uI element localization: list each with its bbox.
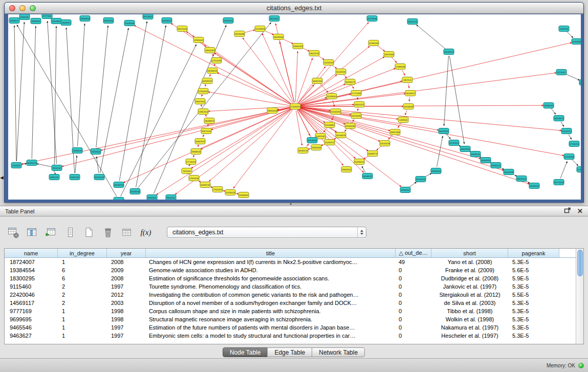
graph-node[interactable]: 17771283: [351, 91, 361, 96]
graph-node[interactable]: 22420046: [124, 20, 135, 26]
graph-edge[interactable]: [409, 182, 417, 188]
column-header-out_de[interactable]: △ out_de…: [396, 249, 431, 258]
graph-node[interactable]: 1509130: [559, 26, 569, 32]
graph-node[interactable]: 18184205: [207, 68, 217, 74]
graph-node[interactable]: 12103721: [561, 128, 572, 134]
table-vertical-scrollbar[interactable]: [576, 249, 583, 344]
graph-edge[interactable]: [344, 129, 347, 132]
graph-edge[interactable]: [567, 32, 573, 38]
graph-node[interactable]: 19245022: [529, 183, 539, 189]
graph-node[interactable]: 5905134: [70, 174, 80, 180]
table-source-select[interactable]: citations_edges.txt: [167, 227, 366, 238]
graph-node[interactable]: 22045881: [324, 122, 335, 128]
close-panel-icon[interactable]: ✕: [577, 207, 583, 215]
graph-node[interactable]: 12016228: [380, 141, 390, 146]
graph-edge[interactable]: [377, 46, 385, 51]
graph-node[interactable]: 17240457: [290, 104, 300, 110]
graph-node[interactable]: 8613042: [269, 16, 279, 21]
graph-node[interactable]: 19384554: [80, 16, 90, 21]
column-header-pagerank[interactable]: pagerank: [508, 249, 559, 258]
graph-edge[interactable]: [100, 28, 129, 173]
graph-node[interactable]: 10973493: [384, 52, 394, 57]
graph-edge[interactable]: [295, 51, 297, 102]
table-row[interactable]: 946554611997Estimation of the future num…: [5, 323, 583, 332]
graph-node[interactable]: 18122004: [177, 26, 187, 32]
graph-node[interactable]: 18226088: [234, 31, 245, 37]
graph-node[interactable]: 13220165: [323, 60, 334, 65]
graph-edge[interactable]: [402, 70, 405, 75]
graph-edge[interactable]: [198, 145, 199, 146]
column-header-year[interactable]: year: [107, 249, 146, 258]
graph-node[interactable]: 17520114: [212, 187, 223, 192]
graph-edge[interactable]: [32, 26, 35, 159]
graph-edge[interactable]: [391, 57, 397, 63]
graph-node[interactable]: 13216090: [351, 113, 361, 119]
graph-edge[interactable]: [561, 122, 564, 127]
minimize-button[interactable]: [19, 5, 26, 11]
graph-node[interactable]: 9465546: [19, 14, 30, 20]
table-row[interactable]: 977716911998Corpus callosum shape and si…: [5, 307, 583, 315]
graph-edge[interactable]: [16, 22, 24, 161]
graph-node[interactable]: 16162531: [336, 69, 346, 75]
graph-edge[interactable]: [306, 144, 309, 147]
graph-node[interactable]: 17554342: [198, 89, 208, 94]
graph-edge[interactable]: [299, 108, 530, 184]
graph-node[interactable]: 7623402: [182, 168, 192, 174]
graph-node[interactable]: 2526650: [11, 163, 21, 168]
graph-edge[interactable]: [136, 26, 166, 187]
graph-node[interactable]: 19027552: [195, 99, 205, 104]
graph-node[interactable]: 9115460: [51, 18, 61, 24]
column-settings-icon[interactable]: [6, 226, 20, 239]
graph-edge[interactable]: [352, 85, 354, 89]
graph-node[interactable]: 17714023: [186, 159, 196, 165]
graph-node[interactable]: 18461374: [407, 19, 418, 25]
graph-edge[interactable]: [214, 64, 215, 65]
graph-node[interactable]: 18957984: [390, 129, 400, 135]
graph-node[interactable]: 18605410: [516, 176, 527, 182]
column-header-name[interactable]: name: [5, 249, 58, 258]
graph-node[interactable]: 16116503: [114, 198, 124, 200]
table-row[interactable]: 946362711997Embryonic stem cells: a mode…: [5, 332, 583, 340]
graph-edge[interactable]: [191, 108, 292, 168]
graph-node[interactable]: 10599772: [367, 151, 378, 157]
column-header-in_degree[interactable]: in_degree: [58, 249, 107, 258]
graph-edge[interactable]: [96, 26, 108, 147]
graph-edge[interactable]: [377, 146, 382, 150]
row-list-icon[interactable]: [63, 226, 77, 239]
graph-edge[interactable]: [62, 107, 292, 167]
graph-node[interactable]: 15635412: [223, 18, 233, 24]
graph-node[interactable]: 15268220: [72, 148, 82, 154]
graph-edge[interactable]: [244, 30, 255, 33]
graph-edge[interactable]: [233, 110, 293, 188]
graph-node[interactable]: 16164619: [336, 133, 346, 138]
table-row[interactable]: 2242004622012Investigating the contribut…: [5, 291, 583, 299]
table-row[interactable]: 1872400712008Changes of HCN gene express…: [5, 258, 583, 266]
graph-node[interactable]: 16061452: [312, 78, 322, 84]
close-button[interactable]: [9, 5, 15, 11]
graph-edge[interactable]: [243, 38, 293, 103]
graph-edge[interactable]: [444, 56, 449, 126]
graph-edge[interactable]: [560, 161, 567, 178]
graph-edge[interactable]: [17, 25, 117, 197]
graph-edge[interactable]: [296, 111, 302, 145]
graph-node[interactable]: 12103456: [564, 154, 574, 160]
graph-node[interactable]: 16961503: [293, 43, 303, 49]
graph-node[interactable]: 16346911: [238, 192, 249, 198]
graph-node[interactable]: 16952114: [198, 109, 208, 115]
graph-node[interactable]: 12254903: [255, 26, 265, 32]
graph-edge[interactable]: [205, 115, 206, 117]
graph-edge[interactable]: [299, 105, 543, 106]
graph-node[interactable]: 18302024: [267, 108, 277, 114]
graph-node[interactable]: 18099871: [204, 118, 214, 124]
graph-edge[interactable]: [299, 73, 556, 106]
graph-node[interactable]: 16116520: [91, 149, 101, 155]
graph-node[interactable]: 12754118: [211, 58, 222, 63]
graph-node[interactable]: 9699695: [31, 18, 41, 24]
tab-node-table[interactable]: Node Table: [223, 347, 268, 357]
graph-edge[interactable]: [333, 100, 334, 107]
graph-edge[interactable]: [408, 84, 409, 89]
network-canvas[interactable]: 1724045718122004129944411460026112754118…: [8, 14, 581, 200]
graph-edge[interactable]: [208, 92, 291, 106]
graph-node[interactable]: 12994441: [193, 37, 204, 43]
graph-edge[interactable]: [409, 97, 410, 101]
